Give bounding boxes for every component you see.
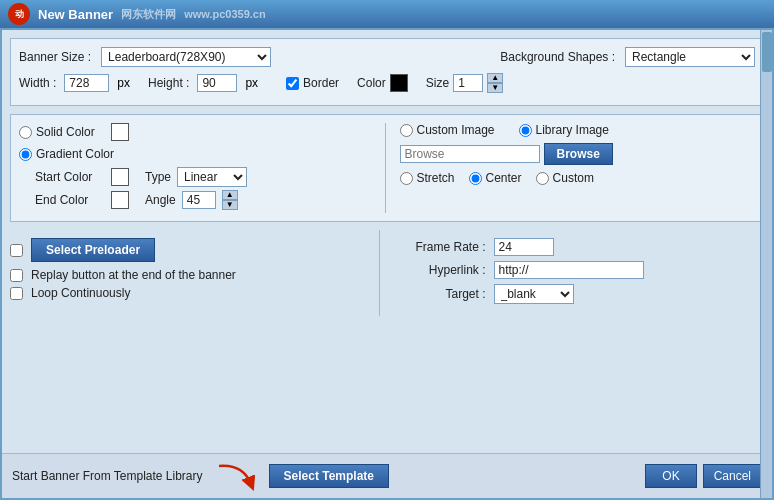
template-label: Start Banner From Template Library — [12, 469, 203, 483]
banner-size-label: Banner Size : — [19, 50, 91, 64]
replay-checkbox[interactable] — [10, 269, 23, 282]
gradient-color-radio[interactable] — [19, 148, 32, 161]
angle-spinner-up[interactable]: ▲ — [222, 190, 238, 200]
width-label: Width : — [19, 76, 56, 90]
width-unit: px — [117, 76, 130, 90]
custom-fit-radio[interactable] — [536, 172, 549, 185]
solid-color-radio[interactable] — [19, 126, 32, 139]
select-preloader-button[interactable]: Select Preloader — [31, 238, 155, 262]
end-color-row: End Color Angle ▲ ▼ — [19, 190, 375, 210]
stretch-label: Stretch — [417, 171, 455, 185]
height-unit: px — [245, 76, 258, 90]
custom-image-radio[interactable] — [400, 124, 413, 137]
banner-size-row: Banner Size : Leaderboard(728X90) Backgr… — [19, 47, 755, 67]
solid-color-group: Solid Color — [19, 123, 375, 141]
banner-size-select[interactable]: Leaderboard(728X90) — [101, 47, 271, 67]
spinner-up[interactable]: ▲ — [487, 73, 503, 83]
ok-button[interactable]: OK — [645, 464, 696, 488]
target-select[interactable]: _blank _self _parent _top — [494, 284, 574, 304]
website: www.pc0359.cn — [184, 8, 266, 20]
angle-label: Angle — [145, 193, 176, 207]
replay-label: Replay button at the end of the banner — [31, 268, 236, 282]
start-color-swatch[interactable] — [111, 168, 129, 186]
replay-row: Replay button at the end of the banner — [10, 268, 371, 282]
border-size-label: Size — [426, 76, 449, 90]
scroll-thumb[interactable] — [762, 32, 772, 72]
angle-spinner-down[interactable]: ▼ — [222, 200, 238, 210]
image-type-row: Custom Image Library Image — [400, 123, 756, 137]
hyperlink-input[interactable] — [494, 261, 644, 279]
width-input[interactable] — [64, 74, 109, 92]
arrow-icon — [213, 460, 257, 492]
height-input[interactable] — [197, 74, 237, 92]
border-color-label: Color — [357, 76, 386, 90]
footer-bar: Start Banner From Template Library Selec… — [2, 453, 772, 498]
scrollbar[interactable] — [760, 30, 772, 498]
end-color-swatch[interactable] — [111, 191, 129, 209]
border-size-spinner[interactable]: ▲ ▼ — [487, 73, 503, 93]
border-label: Border — [303, 76, 339, 90]
settings-section: Frame Rate : Hyperlink : Target : _blank… — [380, 230, 765, 316]
title-text: New Banner — [38, 7, 113, 22]
center-label: Center — [486, 171, 522, 185]
browse-button[interactable]: Browse — [544, 143, 613, 165]
target-row: Target : _blank _self _parent _top — [396, 284, 757, 304]
library-image-radio[interactable] — [519, 124, 532, 137]
type-label: Type — [145, 170, 171, 184]
spinner-down[interactable]: ▼ — [487, 83, 503, 93]
browse-row: Browse — [400, 143, 756, 165]
angle-spinner[interactable]: ▲ ▼ — [222, 190, 238, 210]
cancel-button[interactable]: Cancel — [703, 464, 762, 488]
preloader-section: Select Preloader Replay button at the en… — [10, 230, 380, 316]
frame-rate-input[interactable] — [494, 238, 554, 256]
preloader-checkbox[interactable] — [10, 244, 23, 257]
library-image-label: Library Image — [536, 123, 609, 137]
end-color-label: End Color — [35, 193, 105, 207]
custom-image-label: Custom Image — [417, 123, 495, 137]
loop-label: Loop Continuously — [31, 286, 130, 300]
solid-color-label: Solid Color — [36, 125, 95, 139]
loop-checkbox[interactable] — [10, 287, 23, 300]
stretch-radio[interactable] — [400, 172, 413, 185]
bg-shapes-label: Background Shapes : — [500, 50, 615, 64]
start-color-label: Start Color — [35, 170, 105, 184]
solid-color-swatch[interactable] — [111, 123, 129, 141]
loop-row: Loop Continuously — [10, 286, 371, 300]
border-checkbox[interactable] — [286, 77, 299, 90]
watermark: 网东软件网 — [121, 7, 176, 22]
frame-rate-row: Frame Rate : — [396, 238, 757, 256]
angle-input[interactable] — [182, 191, 216, 209]
frame-rate-label: Frame Rate : — [396, 240, 486, 254]
custom-fit-label: Custom — [553, 171, 594, 185]
image-fit-row: Stretch Center Custom — [400, 171, 756, 185]
height-label: Height : — [148, 76, 189, 90]
start-color-row: Start Color Type Linear Radial — [19, 167, 375, 187]
gradient-color-group: Gradient Color — [19, 147, 375, 161]
browse-input[interactable] — [400, 145, 540, 163]
title-bar: 动 New Banner 网东软件网 www.pc0359.cn — [0, 0, 774, 28]
target-label: Target : — [396, 287, 486, 301]
bg-right: Custom Image Library Image Browse Stretc… — [386, 123, 756, 213]
type-select[interactable]: Linear Radial — [177, 167, 247, 187]
hyperlink-label: Hyperlink : — [396, 263, 486, 277]
app-logo: 动 — [8, 3, 30, 25]
top-section: Banner Size : Leaderboard(728X90) Backgr… — [10, 38, 764, 106]
gradient-color-label: Gradient Color — [36, 147, 114, 161]
bottom-section: Select Preloader Replay button at the en… — [10, 230, 764, 316]
border-size-input[interactable] — [453, 74, 483, 92]
main-window: Banner Size : Leaderboard(728X90) Backgr… — [0, 28, 774, 500]
color-section: Solid Color Gradient Color Start Color T… — [10, 114, 764, 222]
bg-shapes-select[interactable]: Rectangle — [625, 47, 755, 67]
footer-right: OK Cancel — [645, 464, 762, 488]
bg-left: Solid Color Gradient Color Start Color T… — [19, 123, 386, 213]
border-color-swatch[interactable] — [390, 74, 408, 92]
preloader-row: Select Preloader — [10, 238, 371, 262]
dimensions-row: Width : px Height : px Border Color Size… — [19, 73, 755, 93]
select-template-button[interactable]: Select Template — [269, 464, 389, 488]
footer-left: Start Banner From Template Library Selec… — [12, 460, 389, 492]
center-radio[interactable] — [469, 172, 482, 185]
hyperlink-row: Hyperlink : — [396, 261, 757, 279]
